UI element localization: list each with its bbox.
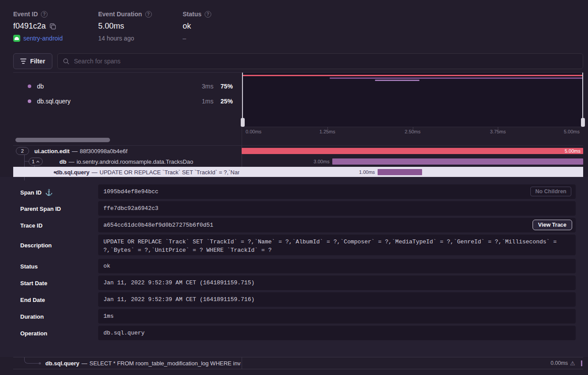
filter-button-label: Filter bbox=[30, 58, 45, 65]
span-bar-duration: 3.00ms bbox=[314, 158, 330, 165]
span-bar-duration: 1.00ms bbox=[359, 169, 375, 175]
event-id-block: Event ID ? f0491c2a sentry-android bbox=[13, 11, 63, 42]
op-color-dot bbox=[28, 85, 31, 88]
span-bar[interactable] bbox=[332, 158, 583, 165]
field-label-start-date: Start Date bbox=[20, 280, 47, 287]
status-placeholder: – bbox=[183, 35, 186, 42]
field-value-operation: db.sql.query bbox=[98, 326, 576, 340]
minimap-left-handle[interactable] bbox=[242, 73, 243, 127]
no-children-badge[interactable]: No Children bbox=[530, 187, 571, 196]
span-op: db.sql.query bbox=[55, 169, 89, 176]
field-label-operation: Operation bbox=[20, 330, 47, 337]
op-duration: 3ms bbox=[202, 83, 213, 90]
minimap-span-line bbox=[242, 75, 583, 76]
time-axis: 0.00ms 1.25ms 2.50ms 3.75ms 5.00ms bbox=[242, 127, 583, 136]
op-name: db.sql.query bbox=[37, 98, 70, 105]
axis-tick: 0.00ms bbox=[246, 129, 261, 134]
minimap-right-handle[interactable] bbox=[582, 73, 583, 127]
field-label-duration: Duration bbox=[20, 313, 44, 320]
field-label-status: Status bbox=[20, 263, 38, 270]
span-bar[interactable] bbox=[378, 169, 423, 175]
field-label-parent-span-id: Parent Span ID bbox=[20, 206, 61, 212]
event-duration-block: Event Duration ? 5.00ms 14 hours ago bbox=[98, 11, 152, 42]
op-percent: 75% bbox=[213, 83, 233, 90]
horizontal-scrollbar[interactable] bbox=[15, 138, 110, 142]
span-desc: SELECT * FROM room_table_modification_lo… bbox=[89, 360, 241, 367]
legend-row-db[interactable]: db 3ms 75% bbox=[13, 82, 242, 91]
event-id-label: Event ID bbox=[13, 11, 38, 18]
field-value-duration: 1ms bbox=[98, 309, 576, 324]
span-bar[interactable] bbox=[581, 360, 582, 366]
axis-tick: 5.00ms bbox=[564, 129, 580, 134]
span-desc: 88f300998a0b4e6f bbox=[80, 148, 127, 154]
status-label: Status bbox=[183, 11, 202, 18]
chevron-up-icon bbox=[36, 161, 40, 163]
help-icon[interactable]: ? bbox=[145, 11, 152, 18]
tree-connector bbox=[24, 357, 39, 364]
search-input[interactable] bbox=[74, 58, 577, 65]
span-op: db bbox=[59, 158, 66, 165]
span-bar-duration: 5.00ms bbox=[565, 148, 581, 154]
copy-icon[interactable] bbox=[49, 23, 56, 30]
span-detail-page: Event ID ? f0491c2a sentry-android Event… bbox=[0, 0, 588, 375]
legend-row-db-sql-query[interactable]: db.sql.query 1ms 25% bbox=[13, 97, 242, 106]
op-percent: 25% bbox=[213, 98, 233, 105]
field-value-parent-span-id: ffe7dbc92a6942c3 bbox=[98, 201, 576, 216]
trace-minimap[interactable] bbox=[242, 73, 583, 127]
field-label-end-date: End Date bbox=[20, 297, 45, 303]
op-color-dot bbox=[28, 99, 31, 103]
minimap-span-line bbox=[330, 77, 583, 79]
event-time-ago: 14 hours ago bbox=[98, 35, 134, 42]
anchor-icon[interactable]: ⚓ bbox=[45, 189, 52, 196]
span-desc: UPDATE OR REPLACE `Track` SET `TrackId` … bbox=[99, 169, 239, 176]
op-duration: 1ms bbox=[202, 98, 213, 105]
tree-connector bbox=[24, 177, 25, 180]
span-dash: — bbox=[81, 360, 87, 367]
span-desc: io.sentry.android.roomsample.data.Tracks… bbox=[77, 158, 193, 165]
field-label-trace-id: Trace ID bbox=[20, 222, 43, 229]
tree-node-dot bbox=[39, 362, 41, 364]
filter-button[interactable]: Filter bbox=[13, 53, 52, 69]
span-bar[interactable]: 5.00ms bbox=[242, 148, 583, 154]
span-tree: ui.action.edit — 88f300998a0b4e6f 5.00ms… bbox=[13, 145, 583, 177]
search-icon bbox=[63, 58, 70, 65]
status-block: Status ? ok – bbox=[183, 11, 211, 42]
span-op: ui.action.edit bbox=[34, 148, 70, 154]
span-row-db-sql-query-select[interactable]: db.sql.query — SELECT * FROM room_table_… bbox=[13, 357, 583, 369]
field-value-trace-id: a654cc61dc0b48ef9d0b27275b6f0d51 View Tr… bbox=[98, 218, 576, 232]
span-bar-duration: 0.00ms bbox=[551, 360, 568, 366]
field-label-description: Description bbox=[20, 242, 52, 249]
span-dash: — bbox=[69, 158, 74, 165]
operations-breakdown: db 3ms 75% db.sql.query 1ms 25% bbox=[13, 72, 242, 136]
span-row-ui-action-edit[interactable]: ui.action.edit — 88f300998a0b4e6f 5.00ms bbox=[13, 146, 583, 156]
span-row-db-sql-query-selected[interactable]: db.sql.query — UPDATE OR REPLACE `Track`… bbox=[13, 167, 583, 177]
field-label-span-id: Span ID bbox=[20, 189, 41, 196]
status-value: ok bbox=[183, 22, 191, 31]
span-children-count-badge[interactable]: 2 bbox=[16, 147, 29, 155]
filter-icon bbox=[20, 59, 26, 64]
event-duration-label: Event Duration bbox=[98, 11, 142, 18]
axis-tick: 1.25ms bbox=[320, 129, 335, 134]
field-value-span-id: 1095bd4ef8e94bcc No Children bbox=[98, 184, 576, 199]
span-details-panel: Span ID ⚓ 1095bd4ef8e94bcc No Children P… bbox=[0, 177, 588, 357]
project-link[interactable]: sentry-android bbox=[23, 35, 63, 42]
field-value-end-date: Jan 11, 2022 9:52:39 AM CET (1641891159.… bbox=[98, 292, 576, 307]
span-search[interactable] bbox=[57, 53, 583, 69]
span-dash: — bbox=[92, 169, 97, 176]
span-dash: — bbox=[72, 148, 77, 154]
help-icon[interactable]: ? bbox=[41, 11, 48, 18]
span-op: db.sql.query bbox=[45, 360, 79, 367]
event-duration-value: 5.00ms bbox=[98, 22, 124, 31]
op-name: db bbox=[37, 83, 44, 90]
field-value-description: UPDATE OR REPLACE `Track` SET `TrackId` … bbox=[98, 235, 576, 255]
field-value-start-date: Jan 11, 2022 9:52:39 AM CET (1641891159.… bbox=[98, 276, 576, 290]
help-icon[interactable]: ? bbox=[205, 11, 211, 18]
axis-tick: 2.50ms bbox=[404, 129, 420, 134]
axis-tick: 3.75ms bbox=[490, 129, 506, 134]
minimap-span-line bbox=[375, 80, 419, 81]
android-project-icon bbox=[13, 35, 20, 42]
span-collapse-badge[interactable]: 1 bbox=[29, 158, 43, 165]
view-trace-button[interactable]: View Trace bbox=[533, 220, 572, 230]
span-row-db[interactable]: db — io.sentry.android.roomsample.data.T… bbox=[13, 156, 583, 167]
field-value-status: ok bbox=[98, 259, 576, 273]
